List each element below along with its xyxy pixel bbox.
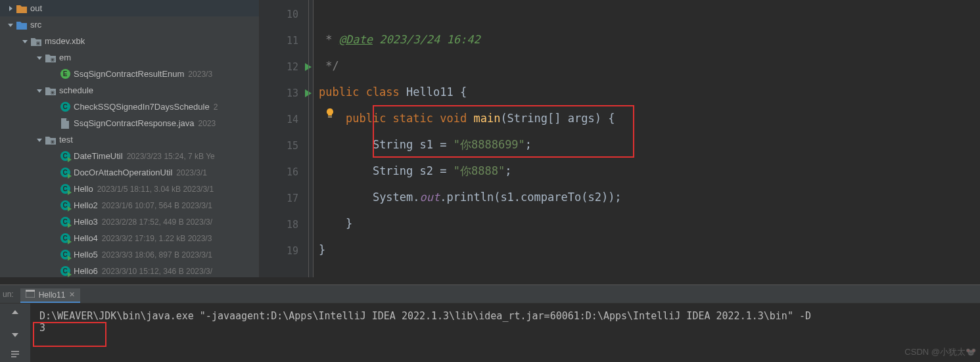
line-number[interactable]: 16: [260, 159, 313, 185]
tree-node-hello5[interactable]: CHello52023/3/3 18:06, 897 B 2023/3/1: [0, 246, 259, 263]
string-literal: "你8888699": [454, 138, 525, 151]
field-ref: out: [420, 191, 440, 204]
tree-hint: 2023/3/23 15:24, 7 kB Ye: [127, 152, 215, 161]
svg-rect-10: [26, 290, 35, 292]
tree-node-out[interactable]: out: [0, 0, 259, 16]
jfile-icon: [59, 118, 71, 129]
tree-hint: 2023: [198, 119, 216, 128]
run-tab-label: Hello11: [39, 290, 66, 300]
expand-arrow-icon[interactable]: [49, 200, 59, 211]
expand-arrow-icon[interactable]: [49, 102, 59, 112]
run-tool-window[interactable]: un: Hello11 ✕ D:\WEAVER\JDK\bin\java.exe…: [0, 284, 980, 362]
fold-column: [308, 0, 314, 277]
brace: {: [460, 85, 467, 99]
line-gutter: 10111213141516171819: [260, 0, 314, 277]
line-number[interactable]: 14: [260, 106, 313, 133]
tree-node-hello4[interactable]: CHello42023/3/2 17:19, 1.22 kB 2023/3: [0, 230, 259, 246]
stmt: String s2 =: [373, 164, 454, 177]
tree-node-src[interactable]: src: [0, 16, 259, 33]
class-run-icon: C: [59, 200, 71, 211]
line-number[interactable]: 17: [260, 185, 313, 212]
line-number[interactable]: 12: [260, 54, 313, 80]
tree-node-em[interactable]: em: [0, 49, 259, 66]
expand-arrow-icon[interactable]: [20, 36, 30, 47]
tree-node-msdev-xbk[interactable]: msdev.xbk: [0, 33, 259, 49]
tree-label: SsqSignContractResponse.java: [74, 118, 195, 128]
semi: ;: [505, 164, 511, 177]
tree-node-hello[interactable]: CHello2023/1/5 18:11, 3.04 kB 2023/3/1: [0, 181, 259, 197]
expand-arrow-icon[interactable]: [49, 266, 59, 277]
method-name: main: [473, 112, 500, 125]
soft-wrap-icon[interactable]: [11, 350, 20, 361]
expand-arrow-icon[interactable]: [34, 53, 45, 63]
expand-arrow-icon[interactable]: [49, 168, 59, 178]
intention-bulb-icon[interactable]: [325, 108, 335, 118]
tree-hint: 2023/2/28 17:52, 449 B 2023/3/: [102, 217, 212, 227]
run-tab[interactable]: Hello11 ✕: [20, 288, 81, 303]
line-number[interactable]: 13: [260, 80, 313, 106]
tree-node-datetimeutil[interactable]: CDateTimeUtil2023/3/23 15:24, 7 kB Ye: [0, 148, 259, 164]
line-number[interactable]: 19: [260, 238, 313, 264]
code-area[interactable]: * @Date 2023/3/24 16:42 */ public class …: [314, 0, 980, 277]
tree-label: out: [30, 3, 42, 13]
tree-hint: 2: [214, 102, 218, 112]
brace: }: [319, 217, 352, 230]
tree-label: schedule: [59, 85, 93, 95]
expr: .println(s1.compareTo(s2));: [440, 191, 621, 204]
expand-arrow-icon[interactable]: [49, 233, 59, 244]
stmt: String s1 =: [373, 138, 454, 151]
tree-label: Hello5: [74, 250, 98, 260]
arrow-up-icon[interactable]: [11, 309, 20, 320]
tree-label: Hello6: [74, 266, 98, 276]
expand-arrow-icon[interactable]: [5, 20, 16, 30]
arrow-down-icon[interactable]: [11, 329, 20, 340]
tree-node-test[interactable]: test: [0, 131, 259, 148]
expand-arrow-icon[interactable]: [49, 250, 59, 260]
code-editor[interactable]: 10111213141516171819 * @Date 2023/3/24 1…: [260, 0, 980, 277]
expand-arrow-icon[interactable]: [49, 118, 59, 129]
class-run-icon: C: [59, 168, 71, 178]
watermark: CSDN @小犹太🐭: [904, 346, 976, 358]
expand-arrow-icon[interactable]: [49, 151, 59, 162]
indent: [319, 138, 373, 151]
project-tree[interactable]: outsrcmsdev.xbkemESsqSignContractResultE…: [0, 0, 260, 277]
console-output[interactable]: D:\WEAVER\JDK\bin\java.exe "-javaagent:D…: [30, 304, 980, 362]
tree-node-checkssqsignedin7daysschedule[interactable]: CCheckSSQSignedIn7DaysSchedule2: [0, 99, 259, 115]
run-toolbar[interactable]: [0, 304, 30, 362]
doc-prefix: *: [319, 33, 339, 46]
tree-node-hello3[interactable]: CHello32023/2/28 17:52, 449 B 2023/3/: [0, 214, 259, 230]
expand-arrow-icon[interactable]: [34, 85, 45, 96]
class-name: Hello11: [406, 85, 460, 99]
tree-label: DocOrAttachOperationUtil: [74, 168, 172, 177]
doc-end: */: [319, 59, 339, 72]
brace: }: [319, 243, 325, 256]
tree-node-docorattachoperationutil[interactable]: CDocOrAttachOperationUtil2023/3/1: [0, 164, 259, 181]
tree-node-schedule[interactable]: schedule: [0, 82, 259, 99]
tree-hint: 2023/3/1: [176, 168, 207, 177]
tree-node-hello2[interactable]: CHello22023/1/6 10:07, 564 B 2023/3/1: [0, 197, 259, 214]
expand-arrow-icon[interactable]: [49, 69, 59, 79]
class-run-icon: C: [59, 184, 71, 194]
expand-arrow-icon[interactable]: [49, 184, 59, 194]
pkg-icon: [45, 85, 57, 96]
tree-node-hello6[interactable]: CHello62023/3/10 15:12, 346 B 2023/3/: [0, 263, 259, 277]
enum-icon: E: [59, 69, 71, 79]
class-run-icon: C: [59, 151, 71, 162]
line-number[interactable]: 11: [260, 28, 313, 54]
expr: System.: [373, 191, 420, 204]
tree-node-ssqsigncontractresponse-java[interactable]: SsqSignContractResponse.java2023: [0, 115, 259, 131]
expand-arrow-icon[interactable]: [5, 3, 16, 14]
class-run-icon: C: [59, 217, 71, 227]
tree-hint: 2023/1/5 18:11, 3.04 kB 2023/3/1: [97, 185, 214, 194]
tree-label: msdev.xbk: [45, 36, 85, 46]
line-number[interactable]: 18: [260, 212, 313, 238]
line-number[interactable]: 15: [260, 133, 313, 159]
line-number[interactable]: 10: [260, 1, 313, 28]
expand-arrow-icon[interactable]: [49, 217, 59, 227]
close-icon[interactable]: ✕: [69, 290, 75, 299]
tree-label: Hello2: [74, 200, 98, 210]
expand-arrow-icon[interactable]: [34, 135, 45, 145]
tree-node-ssqsigncontractresultenum[interactable]: ESsqSignContractResultEnum2023/3: [0, 66, 259, 82]
tree-label: Hello: [74, 184, 93, 194]
indent: [319, 164, 373, 177]
